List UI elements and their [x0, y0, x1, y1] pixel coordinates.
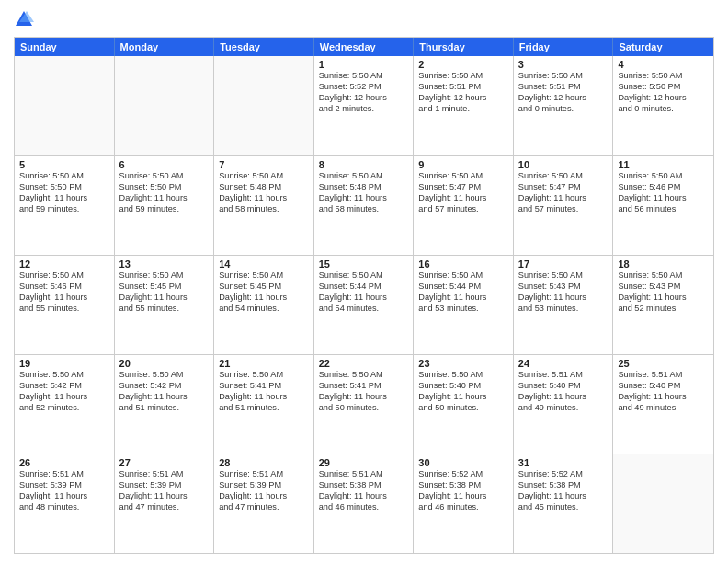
day-number: 28 [219, 457, 309, 468]
day-number: 16 [418, 259, 508, 270]
weekday-header-saturday: Saturday [613, 38, 713, 56]
cell-info: Sunrise: 5:50 AMSunset: 5:52 PMDaylight:… [319, 71, 409, 115]
cell-info: Sunrise: 5:51 AMSunset: 5:40 PMDaylight:… [518, 370, 609, 414]
day-cell-10: 10Sunrise: 5:50 AMSunset: 5:47 PMDayligh… [514, 156, 614, 255]
day-cell-7: 7Sunrise: 5:50 AMSunset: 5:48 PMDaylight… [214, 156, 314, 255]
day-number: 27 [119, 457, 210, 468]
day-number: 29 [319, 457, 409, 468]
logo-icon [14, 9, 34, 29]
empty-cell-0-0 [15, 56, 115, 155]
day-number: 19 [19, 358, 109, 369]
calendar-row-3: 19Sunrise: 5:50 AMSunset: 5:42 PMDayligh… [15, 354, 713, 454]
day-cell-25: 25Sunrise: 5:51 AMSunset: 5:40 PMDayligh… [613, 355, 713, 454]
day-cell-3: 3Sunrise: 5:50 AMSunset: 5:51 PMDaylight… [514, 56, 614, 155]
day-cell-20: 20Sunrise: 5:50 AMSunset: 5:42 PMDayligh… [115, 355, 215, 454]
cell-info: Sunrise: 5:51 AMSunset: 5:39 PMDaylight:… [219, 469, 309, 513]
day-number: 13 [119, 259, 210, 270]
day-cell-17: 17Sunrise: 5:50 AMSunset: 5:43 PMDayligh… [514, 256, 614, 354]
day-number: 7 [219, 159, 309, 170]
day-cell-30: 30Sunrise: 5:52 AMSunset: 5:38 PMDayligh… [414, 454, 514, 553]
header [14, 9, 714, 29]
day-number: 15 [319, 259, 409, 270]
cell-info: Sunrise: 5:50 AMSunset: 5:42 PMDaylight:… [19, 370, 109, 414]
day-cell-22: 22Sunrise: 5:50 AMSunset: 5:41 PMDayligh… [314, 355, 415, 454]
cell-info: Sunrise: 5:51 AMSunset: 5:38 PMDaylight:… [319, 469, 409, 513]
cell-info: Sunrise: 5:50 AMSunset: 5:50 PMDaylight:… [19, 171, 109, 215]
cell-info: Sunrise: 5:50 AMSunset: 5:41 PMDaylight:… [219, 370, 309, 414]
weekday-header-friday: Friday [514, 38, 614, 56]
day-cell-6: 6Sunrise: 5:50 AMSunset: 5:50 PMDaylight… [115, 156, 215, 255]
weekday-header-monday: Monday [115, 38, 215, 56]
day-number: 4 [618, 59, 709, 70]
cell-info: Sunrise: 5:51 AMSunset: 5:39 PMDaylight:… [19, 469, 109, 513]
empty-cell-4-6 [613, 454, 713, 553]
weekday-header-thursday: Thursday [414, 38, 514, 56]
day-cell-1: 1Sunrise: 5:50 AMSunset: 5:52 PMDaylight… [314, 56, 415, 155]
cell-info: Sunrise: 5:50 AMSunset: 5:48 PMDaylight:… [219, 171, 309, 215]
day-cell-13: 13Sunrise: 5:50 AMSunset: 5:45 PMDayligh… [115, 256, 215, 354]
day-number: 3 [518, 59, 609, 70]
cell-info: Sunrise: 5:50 AMSunset: 5:45 PMDaylight:… [219, 270, 309, 315]
day-cell-2: 2Sunrise: 5:50 AMSunset: 5:51 PMDaylight… [414, 56, 514, 155]
calendar-header: SundayMondayTuesdayWednesdayThursdayFrid… [15, 38, 713, 56]
calendar-row-0: 1Sunrise: 5:50 AMSunset: 5:52 PMDaylight… [15, 56, 713, 155]
cell-info: Sunrise: 5:50 AMSunset: 5:51 PMDaylight:… [518, 71, 609, 115]
day-number: 6 [119, 159, 210, 170]
cell-info: Sunrise: 5:51 AMSunset: 5:39 PMDaylight:… [119, 469, 210, 513]
day-cell-24: 24Sunrise: 5:51 AMSunset: 5:40 PMDayligh… [514, 355, 614, 454]
day-number: 20 [119, 358, 210, 369]
day-cell-5: 5Sunrise: 5:50 AMSunset: 5:50 PMDaylight… [15, 156, 115, 255]
cell-info: Sunrise: 5:50 AMSunset: 5:47 PMDaylight:… [418, 171, 508, 215]
cell-info: Sunrise: 5:50 AMSunset: 5:43 PMDaylight:… [618, 270, 709, 315]
day-number: 11 [618, 159, 709, 170]
calendar: SundayMondayTuesdayWednesdayThursdayFrid… [14, 37, 714, 554]
day-number: 22 [319, 358, 409, 369]
day-cell-14: 14Sunrise: 5:50 AMSunset: 5:45 PMDayligh… [214, 256, 314, 354]
day-cell-9: 9Sunrise: 5:50 AMSunset: 5:47 PMDaylight… [414, 156, 514, 255]
cell-info: Sunrise: 5:50 AMSunset: 5:41 PMDaylight:… [319, 370, 409, 414]
day-number: 23 [418, 358, 508, 369]
day-cell-11: 11Sunrise: 5:50 AMSunset: 5:46 PMDayligh… [613, 156, 713, 255]
day-number: 30 [418, 457, 508, 468]
day-cell-23: 23Sunrise: 5:50 AMSunset: 5:40 PMDayligh… [414, 355, 514, 454]
day-cell-26: 26Sunrise: 5:51 AMSunset: 5:39 PMDayligh… [15, 454, 115, 553]
cell-info: Sunrise: 5:50 AMSunset: 5:48 PMDaylight:… [319, 171, 409, 215]
day-number: 21 [219, 358, 309, 369]
day-cell-27: 27Sunrise: 5:51 AMSunset: 5:39 PMDayligh… [115, 454, 215, 553]
day-cell-15: 15Sunrise: 5:50 AMSunset: 5:44 PMDayligh… [314, 256, 415, 354]
weekday-header-sunday: Sunday [15, 38, 115, 56]
day-number: 10 [518, 159, 609, 170]
cell-info: Sunrise: 5:52 AMSunset: 5:38 PMDaylight:… [518, 469, 609, 513]
cell-info: Sunrise: 5:52 AMSunset: 5:38 PMDaylight:… [418, 469, 508, 513]
day-cell-28: 28Sunrise: 5:51 AMSunset: 5:39 PMDayligh… [214, 454, 314, 553]
day-cell-16: 16Sunrise: 5:50 AMSunset: 5:44 PMDayligh… [414, 256, 514, 354]
cell-info: Sunrise: 5:51 AMSunset: 5:40 PMDaylight:… [618, 370, 709, 414]
day-cell-29: 29Sunrise: 5:51 AMSunset: 5:38 PMDayligh… [314, 454, 415, 553]
calendar-row-1: 5Sunrise: 5:50 AMSunset: 5:50 PMDaylight… [15, 155, 713, 255]
day-number: 9 [418, 159, 508, 170]
day-number: 25 [618, 358, 709, 369]
day-cell-4: 4Sunrise: 5:50 AMSunset: 5:50 PMDaylight… [613, 56, 713, 155]
empty-cell-0-1 [115, 56, 215, 155]
day-cell-31: 31Sunrise: 5:52 AMSunset: 5:38 PMDayligh… [514, 454, 614, 553]
cell-info: Sunrise: 5:50 AMSunset: 5:51 PMDaylight:… [418, 71, 508, 115]
day-number: 18 [618, 259, 709, 270]
cell-info: Sunrise: 5:50 AMSunset: 5:46 PMDaylight:… [618, 171, 709, 215]
cell-info: Sunrise: 5:50 AMSunset: 5:47 PMDaylight:… [518, 171, 609, 215]
day-number: 1 [319, 59, 409, 70]
day-number: 2 [418, 59, 508, 70]
cell-info: Sunrise: 5:50 AMSunset: 5:45 PMDaylight:… [119, 270, 210, 315]
calendar-body: 1Sunrise: 5:50 AMSunset: 5:52 PMDaylight… [15, 56, 713, 553]
cell-info: Sunrise: 5:50 AMSunset: 5:44 PMDaylight:… [319, 270, 409, 315]
cell-info: Sunrise: 5:50 AMSunset: 5:43 PMDaylight:… [518, 270, 609, 315]
cell-info: Sunrise: 5:50 AMSunset: 5:44 PMDaylight:… [418, 270, 508, 315]
day-number: 26 [19, 457, 109, 468]
day-number: 31 [518, 457, 609, 468]
empty-cell-0-2 [214, 56, 314, 155]
day-cell-8: 8Sunrise: 5:50 AMSunset: 5:48 PMDaylight… [314, 156, 415, 255]
page: SundayMondayTuesdayWednesdayThursdayFrid… [0, 0, 728, 563]
calendar-row-2: 12Sunrise: 5:50 AMSunset: 5:46 PMDayligh… [15, 255, 713, 354]
day-cell-21: 21Sunrise: 5:50 AMSunset: 5:41 PMDayligh… [214, 355, 314, 454]
cell-info: Sunrise: 5:50 AMSunset: 5:40 PMDaylight:… [418, 370, 508, 414]
day-number: 8 [319, 159, 409, 170]
